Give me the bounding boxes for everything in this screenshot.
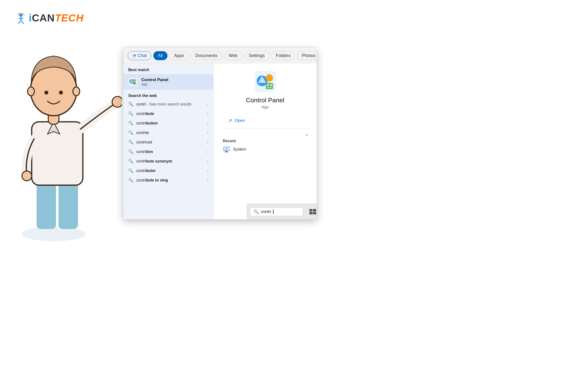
web-item-8[interactable]: 🔍 contribute to ving › — [123, 176, 213, 185]
web-item-1[interactable]: 🔍 contribute › — [123, 109, 213, 118]
filter-all-button[interactable]: All — [153, 51, 168, 60]
web-item-arrow-5: › — [207, 150, 208, 154]
filter-settings-button[interactable]: Settings — [244, 51, 269, 60]
web-item-text-5: contrition — [136, 150, 204, 154]
filter-web-button[interactable]: Web — [224, 51, 242, 60]
web-item-7[interactable]: 🔍 contributor › — [123, 166, 213, 176]
open-label: Open — [235, 118, 245, 123]
search-icon-3: 🔍 — [128, 130, 133, 135]
taskbar-cursor — [273, 210, 273, 214]
web-item-arrow-1: › — [207, 112, 208, 116]
search-icon-4: 🔍 — [128, 140, 133, 145]
svg-point-21 — [28, 87, 34, 96]
web-item-6[interactable]: 🔍 contribute synonym › — [123, 156, 213, 166]
svg-line-3 — [21, 20, 24, 24]
right-panel: Control Panel App ↗︎ Open ⌄ Recent Syste… — [214, 63, 317, 219]
best-match-item[interactable]: Control Panel App — [123, 74, 213, 90]
filter-bar: ◔ Chat All Apps Documents Web Settings F… — [123, 48, 317, 63]
filter-chat-button[interactable]: ◔ Chat — [128, 51, 151, 60]
control-panel-big-icon — [254, 71, 276, 92]
svg-rect-40 — [309, 209, 312, 212]
chat-label: Chat — [138, 53, 147, 58]
web-item-arrow-0: › — [207, 102, 208, 106]
svg-point-39 — [225, 148, 227, 150]
open-button[interactable]: ↗︎ Open — [223, 115, 250, 126]
svg-rect-34 — [267, 87, 272, 88]
search-icon-0: 🔍 — [128, 102, 133, 107]
web-item-arrow-4: › — [207, 140, 208, 144]
app-name: Control Panel — [141, 78, 168, 82]
web-item-arrow-2: › — [207, 121, 208, 126]
search-icon-2: 🔍 — [128, 120, 133, 126]
svg-rect-12 — [59, 180, 78, 229]
filter-documents-button[interactable]: Documents — [191, 51, 222, 60]
svg-rect-33 — [270, 84, 272, 86]
logo-icon — [15, 12, 27, 24]
svg-rect-37 — [224, 152, 229, 152]
web-item-arrow-8: › — [207, 178, 208, 182]
web-item-4[interactable]: 🔍 contrived › — [123, 138, 213, 147]
filter-folders-button[interactable]: Folders — [271, 51, 295, 60]
control-panel-icon — [128, 77, 138, 87]
search-popup: ◔ Chat All Apps Documents Web Settings F… — [123, 48, 317, 220]
web-item-text-3: contrite — [136, 130, 204, 135]
recent-system-label: System — [233, 147, 246, 152]
taskbar-taskview-icon[interactable] — [308, 207, 317, 216]
svg-point-22 — [73, 87, 80, 96]
svg-point-6 — [23, 13, 24, 14]
svg-rect-42 — [309, 212, 313, 214]
svg-rect-11 — [37, 180, 56, 229]
cp-right-type: App — [262, 105, 268, 110]
app-type: App — [141, 82, 168, 86]
web-item-text-7: contributor — [136, 168, 204, 173]
app-info: Control Panel App — [141, 78, 168, 86]
bing-chat-icon: ◔ — [132, 53, 136, 58]
logo: iCANTECH — [15, 12, 84, 24]
search-icon-8: 🔍 — [128, 178, 133, 183]
svg-rect-36 — [225, 151, 228, 152]
filter-apps-button[interactable]: Apps — [169, 51, 189, 60]
web-item-arrow-3: › — [207, 130, 208, 135]
svg-rect-32 — [267, 84, 269, 86]
web-item-0[interactable]: 🔍 contri - See more search results › — [123, 100, 213, 109]
svg-rect-41 — [313, 209, 316, 212]
svg-point-8 — [24, 14, 24, 15]
web-item-text-4: contrived — [136, 140, 204, 144]
search-icon-5: 🔍 — [128, 149, 133, 154]
person-illustration — [5, 34, 122, 248]
web-item-5[interactable]: 🔍 contrition › — [123, 147, 213, 156]
web-item-3[interactable]: 🔍 contrite › — [123, 128, 213, 138]
recent-item[interactable]: System — [223, 146, 246, 153]
content-area: Best match Control Panel App Search the … — [123, 63, 317, 219]
web-item-text-8: contribute to ving — [136, 178, 204, 182]
svg-point-20 — [59, 91, 63, 94]
search-web-label: Search the web — [123, 91, 213, 100]
svg-point-25 — [133, 79, 136, 82]
search-icon-6: 🔍 — [128, 158, 133, 164]
taskbar-search-box[interactable]: 🔍 contri — [250, 207, 303, 216]
taskbar-icons: DELL — [308, 207, 317, 216]
svg-point-10 — [22, 226, 85, 241]
web-item-text-2: contribution — [136, 121, 204, 126]
svg-point-0 — [19, 14, 23, 17]
cp-right-title: Control Panel — [246, 96, 284, 104]
svg-rect-31 — [266, 83, 273, 89]
best-match-label: Best match — [123, 68, 213, 74]
web-item-2[interactable]: 🔍 contribution › — [123, 118, 213, 128]
svg-point-9 — [18, 14, 19, 15]
svg-point-5 — [21, 12, 22, 14]
right-divider — [220, 128, 310, 129]
web-item-text-1: contribute — [136, 112, 204, 116]
filter-photos-button[interactable]: Photos — [297, 51, 317, 60]
web-item-text-0: contri - See more search results — [136, 102, 204, 106]
system-icon — [223, 146, 230, 153]
taskbar: 🔍 contri DELL — [246, 204, 317, 219]
taskbar-search-text: contri — [261, 209, 271, 214]
left-panel: Best match Control Panel App Search the … — [123, 63, 214, 219]
web-item-arrow-7: › — [207, 168, 208, 173]
recent-label: Recent — [223, 139, 236, 143]
svg-point-30 — [266, 74, 273, 82]
svg-line-2 — [19, 20, 21, 24]
web-item-text-6: contribute synonym — [136, 159, 204, 164]
expand-arrow[interactable]: ⌄ — [305, 131, 309, 137]
